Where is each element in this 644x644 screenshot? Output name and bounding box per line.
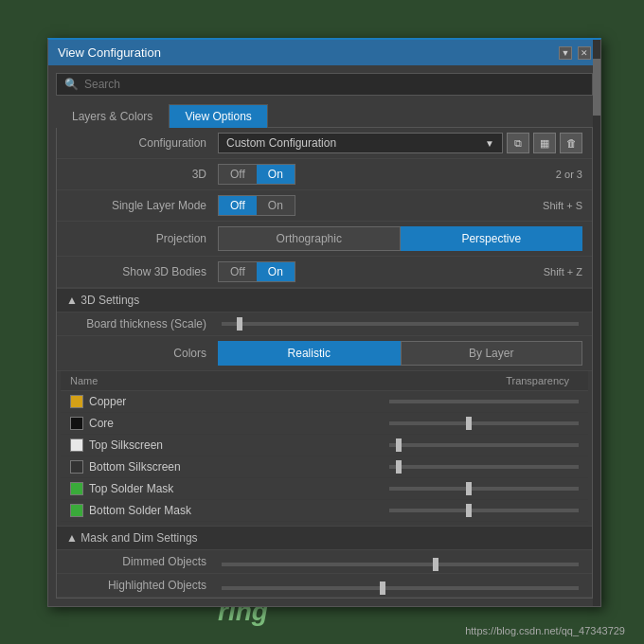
layer-name-cell: Core [61,413,380,435]
layer-transparency-cell [380,500,588,522]
search-bar: 🔍 [56,73,593,96]
layer-name-cell: Copper [61,391,380,413]
transparency-slider[interactable] [389,443,579,447]
3d-label: 3D [66,168,218,181]
layer-table: Name Transparency CopperCoreTop Silkscre… [61,371,588,522]
mask-dim-section: ▲ Mask and Dim Settings [57,526,592,550]
layer-name-cell: Top Silkscreen [61,435,380,456]
perspective-button[interactable]: Perspective [401,226,583,251]
layer-name: Bottom Silkscreen [89,460,181,474]
table-row: Bottom Silkscreen [61,456,588,478]
delete-config-button[interactable]: 🗑 [560,133,582,153]
table-row: Copper [61,391,588,413]
configuration-label: Configuration [66,136,218,150]
dialog-titlebar: View Configuration ▼ ✕ [48,40,600,65]
transparency-slider[interactable] [389,400,579,403]
transparency-slider[interactable] [389,465,579,469]
board-thickness-slider[interactable] [222,317,579,331]
highlighted-objects-row: Highlighted Objects [57,574,592,598]
board-thickness-label: Board thickness (Scale) [66,317,218,331]
tab-bar: Layers & Colors View Options [56,103,593,128]
configuration-value: Custom Configuration [226,136,336,150]
table-row: Bottom Solder Mask [61,500,588,522]
highlighted-objects-label: Highlighted Objects [66,579,218,592]
scrollbar-thumb[interactable] [593,59,600,116]
highlighted-objects-slider[interactable] [218,581,582,590]
layer-transparency-cell [380,413,588,435]
layer-name: Bottom Solder Mask [89,504,191,517]
layer-transparency-cell [380,478,588,500]
dialog-body: 🔍 Layers & Colors View Options Configura… [48,65,600,606]
show-3d-bodies-label: Show 3D Bodies [66,265,218,278]
3d-toggle-group: Off On [218,164,295,185]
configuration-row: Configuration Custom Configuration ▼ ⧉ ▦… [57,128,592,159]
dimmed-objects-control [218,558,582,566]
dropdown-arrow-icon: ▼ [485,138,494,149]
single-layer-control: Off On [218,195,533,216]
show-3d-bodies-off-button[interactable]: Off [219,262,257,281]
table-row: Top Solder Mask [61,478,588,500]
colors-buttons: Realistic By Layer [218,341,582,366]
watermark: https://blog.csdn.net/qq_47343729 [465,625,625,636]
tab-content: Configuration Custom Configuration ▼ ⧉ ▦… [56,128,593,599]
layer-name: Top Silkscreen [89,438,163,452]
single-layer-shortcut: Shift + S [533,200,582,211]
layer-color-swatch[interactable] [70,460,83,474]
transparency-slider[interactable] [389,421,579,425]
layer-name: Top Solder Mask [89,482,173,495]
transparency-column-header: Transparency [380,371,588,391]
copy-config-button[interactable]: ⧉ [507,133,529,153]
3d-on-button[interactable]: On [257,165,295,184]
layer-color-swatch[interactable] [70,438,83,452]
configuration-dropdown[interactable]: Custom Configuration ▼ [218,133,503,153]
tab-layers-colors[interactable]: Layers & Colors [56,104,169,128]
single-layer-off-button[interactable]: Off [219,196,257,215]
layer-name: Core [89,417,114,430]
board-thickness-row: Board thickness (Scale) [57,313,592,336]
realistic-button[interactable]: Realistic [218,341,401,366]
table-row: Top Silkscreen [61,435,588,456]
layer-transparency-cell [380,456,588,478]
save-config-button[interactable]: ▦ [533,133,556,153]
layer-color-swatch[interactable] [70,395,83,408]
layer-color-swatch[interactable] [70,504,83,517]
single-layer-on-button[interactable]: On [257,196,295,215]
single-layer-label: Single Layer Mode [66,199,218,212]
3d-control: Off On [218,164,546,185]
tab-view-options[interactable]: View Options [169,104,267,128]
layer-transparency-cell [380,435,588,456]
colors-label: Colors [66,347,218,360]
dimmed-objects-slider[interactable] [218,558,582,566]
3d-off-button[interactable]: Off [219,165,257,184]
layer-color-swatch[interactable] [70,482,83,495]
board-thickness-control [218,317,582,331]
dialog-scrollbar[interactable] [593,40,600,606]
colors-row: Colors Realistic By Layer [57,336,592,371]
single-layer-row: Single Layer Mode Off On Shift + S [57,190,592,222]
transparency-slider[interactable] [389,487,579,491]
close-button[interactable]: ✕ [578,46,591,60]
layer-name: Copper [89,395,126,408]
layer-transparency-cell [380,391,588,413]
by-layer-button[interactable]: By Layer [401,341,583,366]
pin-button[interactable]: ▼ [559,46,572,60]
transparency-slider[interactable] [389,509,579,512]
table-row: Core [61,413,588,435]
layer-name-cell: Top Solder Mask [61,478,380,500]
3d-settings-section: ▲ 3D Settings [57,288,592,313]
search-icon: 🔍 [64,78,79,91]
projection-buttons: Orthographic Perspective [218,226,582,251]
layer-color-swatch[interactable] [70,417,83,430]
orthographic-button[interactable]: Orthographic [218,226,401,251]
highlighted-objects-control [218,581,582,590]
projection-label: Projection [66,232,218,245]
show-3d-bodies-on-button[interactable]: On [257,262,295,281]
titlebar-buttons: ▼ ✕ [559,46,591,60]
layer-name-cell: Bottom Solder Mask [61,500,380,522]
show-3d-bodies-control: Off On [218,261,534,282]
layer-name-cell: Bottom Silkscreen [61,456,380,478]
show-3d-bodies-row: Show 3D Bodies Off On Shift + Z [57,257,592,288]
search-input[interactable] [84,78,584,91]
3d-row: 3D Off On 2 or 3 [57,159,592,190]
single-layer-toggle-group: Off On [218,195,295,216]
